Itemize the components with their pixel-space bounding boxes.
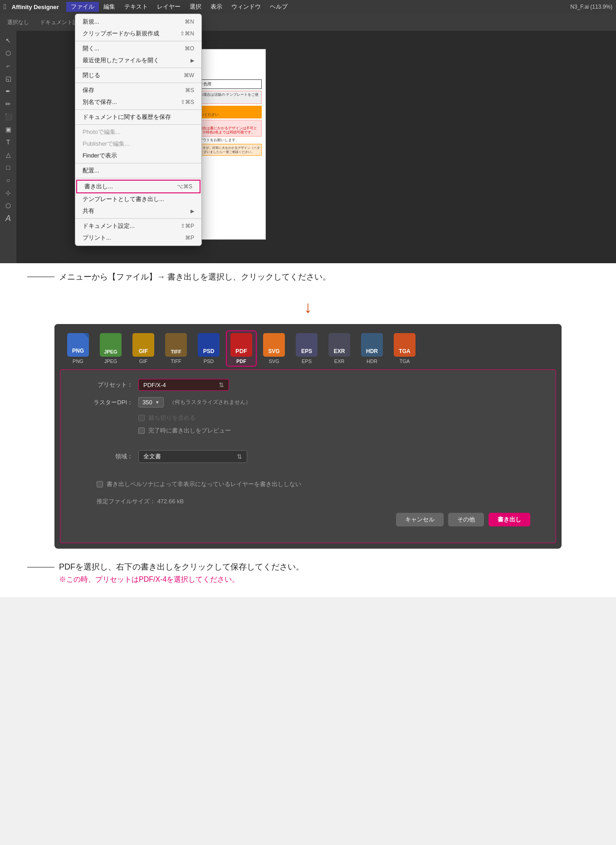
app-window:  Affinity Designer ファイル 編集 テキスト レイヤー 選択… <box>0 0 616 263</box>
file-menu-dropdown: 新規... ⌘N クリップボードから新規作成 ⇧⌘N 開く... ⌘O 最近使用… <box>75 14 202 246</box>
bottom-instruction-main: PDFを選択し、右下の書き出しをクリックして保存してください。 <box>59 561 304 572</box>
preset-dropdown[interactable]: PDF/X-4 ⇅ <box>138 379 229 391</box>
bleed-row: 裁ち切りを含める <box>78 414 538 422</box>
menu-place[interactable]: 配置... <box>75 165 201 177</box>
menu-close[interactable]: 閉じる ⌘W <box>75 69 201 81</box>
area-value: 全文書 <box>143 452 161 461</box>
menu-layer[interactable]: レイヤー <box>152 2 185 12</box>
menu-export-template[interactable]: テンプレートとして書き出し... <box>75 193 201 205</box>
preview-checkbox[interactable] <box>138 427 145 434</box>
format-icon-eps[interactable]: EPS EPS <box>292 331 321 366</box>
file-size-row: 推定ファイルサイズ： 472.66 kB <box>78 493 538 506</box>
raster-dpi-note: （何もラスタライズされません） <box>169 398 251 406</box>
layer-checkbox[interactable] <box>97 481 103 487</box>
menu-finder[interactable]: Finderで表示 <box>75 150 201 162</box>
tool-text[interactable]: T <box>1 136 15 148</box>
menu-open-recent[interactable]: 最近使用したファイルを開く ▶ <box>75 54 201 66</box>
tool-brush[interactable]: ⬛ <box>1 111 15 123</box>
menu-save-history[interactable]: ドキュメントに関する履歴を保存 <box>75 111 201 123</box>
other-button[interactable]: その他 <box>448 513 484 526</box>
format-icon-exr[interactable]: EXR EXR <box>325 331 354 366</box>
format-icon-gif[interactable]: GIF GIF <box>129 331 158 366</box>
tool-ellipse[interactable]: ○ <box>1 174 15 186</box>
menu-help[interactable]: ヘルプ <box>265 2 292 12</box>
export-button[interactable]: 書き出し <box>489 513 530 526</box>
preset-stepper-icon[interactable]: ⇅ <box>219 381 224 388</box>
export-dialog: PNG PNG JPEG JPEG GIF GIF <box>54 324 562 549</box>
bottom-text-block: PDFを選択し、右下の書き出しをクリックして保存してください。 ※この時、プリセ… <box>59 561 304 585</box>
menu-print[interactable]: プリント... ⌘P <box>75 232 201 244</box>
dialog-buttons: キャンセル その他 書き出し <box>78 506 538 534</box>
tool-pen[interactable]: ✒ <box>1 85 15 97</box>
menu-sep-2 <box>75 68 201 68</box>
menu-share[interactable]: 共有 ▶ <box>75 205 201 217</box>
cancel-button[interactable]: キャンセル <box>396 513 444 526</box>
export-dialog-wrapper: PNG PNG JPEG JPEG GIF GIF <box>0 324 616 549</box>
menu-open[interactable]: 開く... ⌘O <box>75 43 201 54</box>
area-stepper-icon[interactable]: ⇅ <box>237 453 242 460</box>
app-name: Affinity Designer <box>12 4 59 10</box>
menu-view[interactable]: 表示 <box>206 2 227 12</box>
menu-export[interactable]: 書き出し... ⌥⌘S <box>76 180 200 193</box>
format-icon-jpeg[interactable]: JPEG JPEG <box>96 331 125 366</box>
raster-dpi-dropdown[interactable]: 350 ▼ <box>138 397 164 408</box>
format-icon-svg[interactable]: SVG SVG <box>259 331 288 366</box>
tool-crop[interactable]: ⊹ <box>1 187 15 199</box>
arrow-section: ↓ <box>0 290 616 324</box>
tool-rect[interactable]: □ <box>1 162 15 173</box>
raster-dpi-value: 350 <box>142 399 152 406</box>
area-row: 領域： 全文書 ⇅ <box>78 450 538 463</box>
format-icon-hdr[interactable]: HDR HDR <box>357 331 386 366</box>
layer-row: 書き出しペルソナによって非表示になっているレイヤーを書き出ししない <box>78 480 538 488</box>
menu-edit[interactable]: 編集 <box>99 2 120 12</box>
format-icon-tga[interactable]: TGA TGA <box>390 331 419 366</box>
tool-node[interactable]: ⬡ <box>1 47 15 59</box>
selection-label: 選択なし <box>4 18 33 27</box>
menu-edit-photo: Photoで編集... <box>75 126 201 138</box>
apple-icon[interactable]:  <box>4 3 6 11</box>
menu-save-as[interactable]: 別名で保存... ⇧⌘S <box>75 96 201 108</box>
menu-save[interactable]: 保存 ⌘S <box>75 84 201 96</box>
menu-window[interactable]: ウィンドウ <box>227 2 265 12</box>
format-icon-psd[interactable]: PSD PSD <box>194 331 223 366</box>
bleed-checkbox[interactable] <box>138 415 145 421</box>
tool-select[interactable]: ↖ <box>1 34 15 46</box>
menu-sep-7 <box>75 178 201 178</box>
format-icon-pdf[interactable]: PDF PDF <box>227 331 256 366</box>
tool-pencil[interactable]: ✏ <box>1 98 15 110</box>
menu-new[interactable]: 新規... ⌘N <box>75 16 201 28</box>
menu-sep-3 <box>75 83 201 83</box>
raster-dpi-arrow[interactable]: ▼ <box>155 400 160 405</box>
instruction-1-section: メニューから【ファイル】→ 書き出しを選択し、クリックしてください。 <box>0 263 616 290</box>
menu-file[interactable]: ファイル <box>66 2 99 12</box>
preset-value: PDF/X-4 <box>143 382 166 388</box>
tool-transform[interactable]: ◱ <box>1 73 15 84</box>
tool-zoom[interactable]: ⬡ <box>1 200 15 211</box>
tool-shape[interactable]: △ <box>1 149 15 161</box>
bottom-line-wrapper: PDFを選択し、右下の書き出しをクリックして保存してください。 ※この時、プリセ… <box>27 561 589 585</box>
format-icons-row: PNG PNG JPEG JPEG GIF GIF <box>54 324 562 369</box>
tool-corner[interactable]: ⌐ <box>1 60 15 72</box>
menu-select[interactable]: 選択 <box>185 2 206 12</box>
down-arrow-icon: ↓ <box>304 298 312 317</box>
menu-sep-5 <box>75 124 201 125</box>
menu-sep-4 <box>75 109 201 110</box>
tool-fill[interactable]: ▣ <box>1 123 15 135</box>
instruction-line-1 <box>27 276 54 277</box>
menu-edit-publisher: Publisherで編集... <box>75 138 201 150</box>
menu-text[interactable]: テキスト <box>120 2 152 12</box>
menu-sep-1 <box>75 41 201 41</box>
area-dropdown[interactable]: 全文書 ⇅ <box>138 450 247 463</box>
menu-sep-8 <box>75 218 201 219</box>
menu-doc-settings[interactable]: ドキュメント設定... ⇧⌘P <box>75 220 201 232</box>
area-label: 領域： <box>78 452 133 461</box>
format-icon-png[interactable]: PNG PNG <box>64 331 93 366</box>
file-title: N3_F.ai (113.9%) <box>570 4 612 10</box>
raster-dpi-row: ラスターDPI： 350 ▼ （何もラスタライズされません） <box>78 397 538 408</box>
menu-new-clipboard[interactable]: クリップボードから新規作成 ⇧⌘N <box>75 28 201 39</box>
bottom-instruction-sub: ※この時、プリセットはPDF/X-4を選択してください。 <box>59 575 304 585</box>
raster-dpi-label: ラスターDPI： <box>78 398 133 407</box>
format-icon-tiff[interactable]: TIFF TIFF <box>161 331 191 366</box>
preset-label: プリセット： <box>78 381 133 389</box>
tool-type[interactable]: A <box>1 212 15 224</box>
